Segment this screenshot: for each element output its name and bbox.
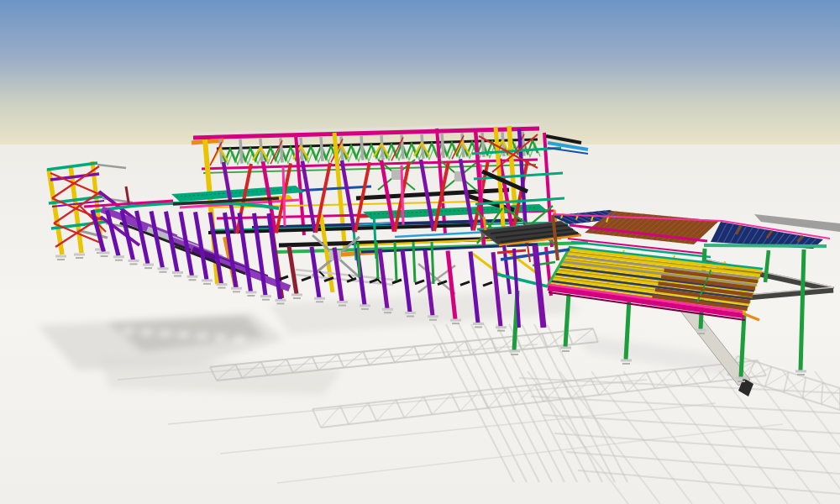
sky (0, 0, 840, 146)
shadow-opening-slat (234, 337, 244, 341)
shadow-opening-slat (215, 335, 226, 339)
pink-post[interactable] (283, 166, 285, 226)
green-post[interactable] (432, 242, 433, 284)
seagreen-edge-beam[interactable] (704, 245, 827, 246)
green-post[interactable] (376, 242, 378, 279)
shadow-opening-slat (197, 334, 207, 339)
green-post[interactable] (395, 242, 396, 281)
model-viewport[interactable] (0, 0, 840, 504)
truss-post[interactable] (240, 139, 242, 164)
truss-post[interactable] (321, 137, 323, 161)
platform-post[interactable] (484, 217, 486, 230)
pink-post[interactable] (402, 165, 403, 225)
shadow-opening-slat (160, 332, 171, 336)
green-post[interactable] (358, 242, 360, 277)
steel-model-canvas[interactable] (0, 0, 840, 504)
shadow-opening-slat (123, 329, 134, 333)
truss-post[interactable] (361, 136, 363, 160)
shadow-opening-slat (141, 330, 152, 334)
shadow-opening-slat (178, 333, 189, 337)
gusset-plate[interactable] (391, 170, 402, 180)
truss-post[interactable] (442, 134, 444, 158)
green-post[interactable] (413, 242, 415, 282)
